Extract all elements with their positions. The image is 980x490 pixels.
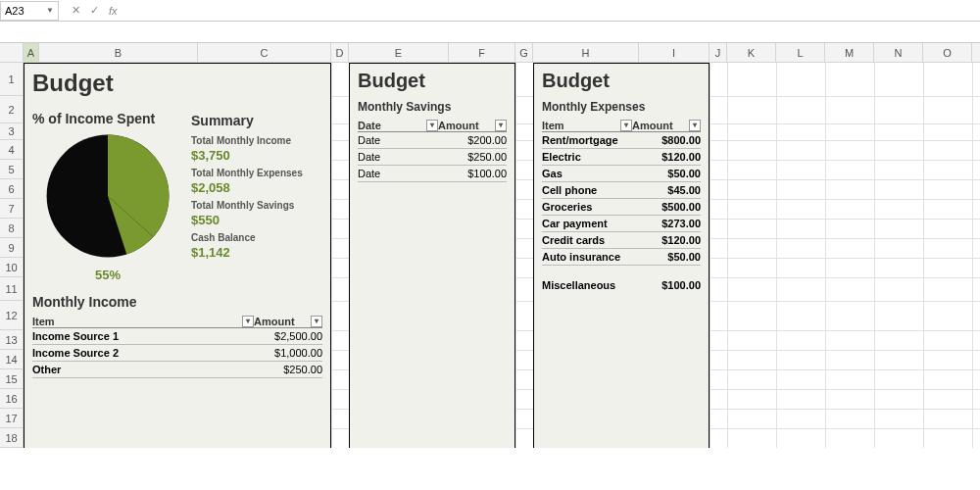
col-date: Date: [358, 120, 381, 131]
row-header-15[interactable]: 15: [0, 369, 24, 389]
cell-item: Income Source 1: [32, 330, 254, 342]
panel-title: Budget: [542, 70, 709, 92]
col-header-B[interactable]: B: [39, 43, 198, 62]
summary-value: $1,142: [191, 245, 330, 260]
filter-dropdown-icon[interactable]: ▾: [311, 316, 322, 327]
cell-date: Date: [358, 134, 438, 146]
table-row: Groceries$500.00: [542, 199, 701, 216]
filter-dropdown-icon[interactable]: ▾: [689, 120, 701, 131]
pie-chart: [44, 132, 172, 260]
col-header-A[interactable]: A: [24, 43, 39, 62]
cell-amount: $250.00: [254, 364, 322, 375]
row-header-8[interactable]: 8: [0, 219, 24, 238]
row-header-14[interactable]: 14: [0, 350, 24, 369]
row-header-18[interactable]: 18: [0, 428, 24, 448]
col-header-O[interactable]: O: [923, 43, 972, 62]
cell-item: Credit cards: [542, 234, 632, 246]
col-item: Item: [32, 316, 55, 327]
table-row: Miscellaneous $100.00: [542, 277, 701, 293]
col-header-D[interactable]: D: [331, 43, 349, 62]
col-header-I[interactable]: I: [639, 43, 710, 62]
col-header-H[interactable]: H: [533, 43, 639, 62]
row-header-10[interactable]: 10: [0, 258, 24, 277]
row-header-12[interactable]: 12: [0, 301, 24, 330]
table-header-row: Item ▾ Amount ▾: [32, 316, 322, 328]
cancel-icon[interactable]: ✕: [72, 4, 80, 17]
table-row: Income Source 1$2,500.00: [32, 328, 322, 345]
row-header-16[interactable]: 16: [0, 389, 24, 409]
row-header-2[interactable]: 2: [0, 96, 24, 123]
chevron-down-icon[interactable]: ▼: [46, 6, 54, 15]
col-header-N[interactable]: N: [874, 43, 923, 62]
select-all-corner[interactable]: [0, 43, 24, 62]
col-header-K[interactable]: K: [727, 43, 776, 62]
cell-amount: $100.00: [438, 168, 507, 179]
table-row: Date$250.00: [358, 149, 507, 166]
row-header-4[interactable]: 4: [0, 140, 24, 160]
row-header-17[interactable]: 17: [0, 409, 24, 428]
row-header-11[interactable]: 11: [0, 277, 24, 301]
filter-dropdown-icon[interactable]: ▾: [620, 120, 632, 131]
confirm-icon[interactable]: ✓: [90, 4, 99, 17]
row-header-9[interactable]: 9: [0, 238, 24, 258]
cell-amount: $1,000.00: [254, 347, 322, 359]
expenses-table: Item ▾ Amount ▾ Rent/mortgage$800.00Elec…: [542, 120, 701, 293]
cell-amount: $2,500.00: [254, 330, 322, 342]
savings-table: Date ▾ Amount ▾ Date$200.00Date$250.00Da…: [358, 120, 507, 182]
table-row: Other$250.00: [32, 362, 322, 378]
table-row: Date$200.00: [358, 132, 507, 149]
col-header-E[interactable]: E: [349, 43, 449, 62]
table-row: Car payment$273.00: [542, 216, 701, 232]
cell-amount: $273.00: [632, 218, 701, 229]
summary-value: $2,058: [191, 180, 330, 195]
cell-amount: $200.00: [438, 134, 507, 146]
row-header-7[interactable]: 7: [0, 199, 24, 219]
row-header-3[interactable]: 3: [0, 123, 24, 140]
summary-label: Cash Balance: [191, 231, 330, 245]
filter-dropdown-icon[interactable]: ▾: [426, 120, 438, 131]
formula-bar-controls: ✕ ✓ fx: [67, 4, 122, 17]
pct-label: 55%: [24, 268, 191, 282]
col-header-M[interactable]: M: [825, 43, 874, 62]
panel-title: Budget: [32, 70, 330, 97]
filter-dropdown-icon[interactable]: ▾: [242, 316, 254, 327]
cell-amount: $120.00: [632, 151, 701, 163]
budget-panel-main: Budget % of Income Spent 55%: [24, 63, 331, 448]
table-row: Electric$120.00: [542, 149, 701, 166]
row-header-6[interactable]: 6: [0, 179, 24, 199]
col-header-F[interactable]: F: [449, 43, 515, 62]
col-amount: Amount: [254, 316, 295, 327]
col-header-G[interactable]: G: [515, 43, 533, 62]
cell-item: Income Source 2: [32, 347, 254, 359]
monthly-expenses-heading: Monthly Expenses: [542, 100, 709, 114]
cell-amount: $800.00: [632, 134, 701, 146]
row-header-1[interactable]: 1: [0, 63, 24, 96]
table-row: Rent/mortgage$800.00: [542, 132, 701, 149]
grid[interactable]: Budget % of Income Spent 55%: [24, 63, 980, 448]
cell-date: Date: [358, 168, 438, 179]
name-box-value: A23: [5, 5, 24, 17]
summary-heading: Summary: [191, 113, 330, 128]
row-header-13[interactable]: 13: [0, 330, 24, 350]
formula-bar[interactable]: [0, 22, 980, 43]
col-header-C[interactable]: C: [198, 43, 331, 62]
income-table: Item ▾ Amount ▾ Income Source 1$2,500.00…: [32, 316, 322, 378]
pct-spent-heading: % of Income Spent: [32, 111, 191, 126]
column-headers: ABCDEFGHIJKLMNO: [0, 43, 980, 63]
cell-amount: $500.00: [632, 201, 701, 213]
table-header-row: Item ▾ Amount ▾: [542, 120, 701, 132]
misc-item: Miscellaneous: [542, 279, 632, 291]
name-box[interactable]: A23 ▼: [0, 1, 59, 21]
table-header-row: Date ▾ Amount ▾: [358, 120, 507, 132]
cell-item: Other: [32, 364, 254, 375]
budget-panel-expenses: Budget Monthly Expenses Item ▾ Amount ▾ …: [533, 63, 710, 448]
col-header-L[interactable]: L: [776, 43, 825, 62]
fx-label[interactable]: fx: [109, 5, 118, 17]
misc-amount: $100.00: [632, 279, 701, 291]
cell-item: Cell phone: [542, 184, 632, 196]
row-header-5[interactable]: 5: [0, 160, 24, 179]
filter-dropdown-icon[interactable]: ▾: [495, 120, 507, 131]
cell-amount: $50.00: [632, 168, 701, 179]
col-header-J[interactable]: J: [710, 43, 727, 62]
monthly-savings-heading: Monthly Savings: [358, 100, 514, 114]
